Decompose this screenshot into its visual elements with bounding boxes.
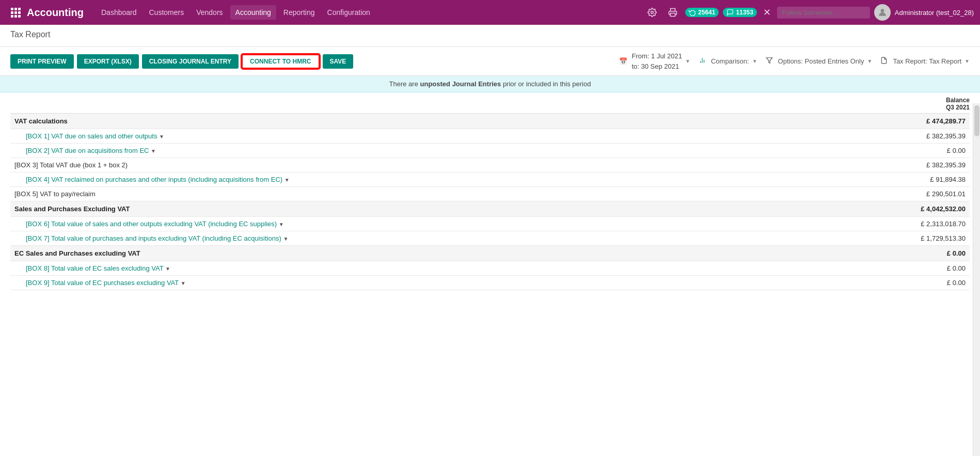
updates-badge[interactable]: 25641 — [685, 8, 719, 17]
date-to: to: 30 Sep 2021 — [631, 61, 682, 72]
main-content: Balance Q3 2021 VAT calculations£ 474,28… — [0, 92, 980, 290]
row-amount: £ 91,894.38 — [753, 172, 970, 187]
svg-rect-1 — [14, 8, 17, 10]
banner-text-before: There are — [389, 80, 420, 88]
info-banner: There are unposted Journal Entries prior… — [0, 76, 980, 92]
nav-reporting[interactable]: Reporting — [278, 5, 320, 20]
row-amount: £ 0.00 — [753, 276, 970, 290]
row-amount: £ 382,395.39 — [753, 158, 970, 172]
save-button[interactable]: SAVE — [323, 54, 354, 69]
svg-rect-0 — [11, 8, 13, 10]
calendar-icon: 📅 — [619, 57, 627, 65]
banner-text-bold: unposted Journal Entries — [420, 80, 501, 88]
page-header: Tax Report — [0, 25, 980, 47]
row-amount: £ 290,501.01 — [753, 187, 970, 201]
app-brand: Accounting — [27, 7, 84, 19]
row-amount: £ 4,042,532.00 — [753, 201, 970, 217]
row-label: Sales and Purchases Excluding VAT — [10, 201, 753, 217]
row-amount: £ 2,313,018.70 — [753, 217, 970, 231]
nav-dashboard[interactable]: Dashboard — [96, 5, 142, 20]
top-navigation: Accounting Dashboard Customers Vendors A… — [0, 0, 980, 25]
row-amount: £ 0.00 — [753, 261, 970, 276]
svg-rect-9 — [671, 13, 675, 17]
svg-rect-2 — [18, 8, 21, 10]
nav-links: Dashboard Customers Vendors Accounting R… — [96, 5, 644, 20]
period-column-header: Q3 2021 — [887, 104, 970, 111]
comparison-dropdown-arrow: ▼ — [752, 58, 757, 64]
date-dropdown-arrow: ▼ — [685, 58, 690, 64]
svg-rect-3 — [11, 11, 13, 14]
export-xlsx-button[interactable]: EXPORT (XLSX) — [77, 54, 139, 69]
row-amount: £ 474,289.77 — [753, 114, 970, 129]
svg-marker-14 — [766, 58, 772, 64]
row-label[interactable]: [BOX 6] Total value of sales and other o… — [10, 217, 753, 231]
row-label: EC Sales and Purchases excluding VAT — [10, 246, 753, 261]
row-label[interactable]: [BOX 4] VAT reclaimed on purchases and o… — [10, 172, 753, 187]
nav-customers[interactable]: Customers — [144, 5, 189, 20]
options-filter[interactable]: Options: Posted Entries Only ▼ — [766, 57, 873, 66]
svg-rect-6 — [11, 15, 13, 18]
scrollbar-track[interactable] — [973, 103, 980, 290]
messages-badge[interactable]: 11353 — [723, 8, 756, 17]
nav-right-controls: 25641 11353 ✕ Administrator (test_02_28) — [644, 4, 974, 21]
report-label: Tax Report: Tax Report — [893, 57, 961, 65]
connect-to-hmrc-button[interactable]: CONNECT TO HMRC — [242, 54, 319, 69]
report-selector[interactable]: Tax Report: Tax Report ▼ — [880, 57, 970, 66]
row-label[interactable]: [BOX 7] Total value of purchases and inp… — [10, 231, 753, 246]
row-label[interactable]: [BOX 1] VAT due on sales and other outpu… — [10, 129, 753, 144]
user-search-input[interactable] — [777, 7, 870, 19]
comparison-label: Comparison: — [711, 57, 749, 65]
row-label[interactable]: [BOX 8] Total value of EC sales excludin… — [10, 261, 753, 276]
options-label: Options: Posted Entries Only — [778, 57, 864, 65]
user-label[interactable]: Administrator (test_02_28) — [895, 9, 974, 17]
print-preview-button[interactable]: PRINT PREVIEW — [10, 54, 74, 69]
balance-column-header: Balance — [887, 97, 970, 104]
row-amount: £ 382,395.39 — [753, 129, 970, 144]
svg-rect-7 — [14, 15, 17, 18]
date-range-filter[interactable]: 📅 From: 1 Jul 2021 to: 30 Sep 2021 ▼ — [619, 51, 690, 71]
page-title: Tax Report — [10, 30, 970, 39]
report-dropdown-arrow: ▼ — [965, 58, 970, 64]
toolbar: PRINT PREVIEW EXPORT (XLSX) CLOSING JOUR… — [0, 47, 980, 76]
banner-text-after: prior or included in this period — [501, 80, 591, 88]
print-icon[interactable] — [665, 4, 681, 21]
row-label: [BOX 3] Total VAT due (box 1 + box 2) — [10, 158, 753, 172]
comparison-filter[interactable]: Comparison: ▼ — [699, 57, 757, 66]
closing-journal-entry-button[interactable]: CLOSING JOURNAL ENTRY — [142, 54, 239, 69]
svg-rect-5 — [18, 11, 21, 14]
grid-menu-icon[interactable] — [6, 3, 25, 22]
row-amount: £ 0.00 — [753, 246, 970, 261]
column-headers: Balance Q3 2021 — [10, 92, 970, 114]
close-icon[interactable]: ✕ — [761, 5, 773, 20]
svg-rect-4 — [14, 11, 17, 14]
row-amount: £ 0.00 — [753, 144, 970, 158]
row-label: [BOX 5] VAT to pay/reclaim — [10, 187, 753, 201]
scrollbar-thumb[interactable] — [974, 105, 979, 136]
toolbar-filters: 📅 From: 1 Jul 2021 to: 30 Sep 2021 ▼ Com… — [619, 51, 970, 71]
row-label[interactable]: [BOX 9] Total value of EC purchases excl… — [10, 276, 753, 290]
nav-accounting[interactable]: Accounting — [230, 5, 276, 20]
svg-point-10 — [880, 9, 884, 12]
nav-vendors[interactable]: Vendors — [191, 5, 228, 20]
settings-icon[interactable] — [644, 4, 660, 21]
report-table: VAT calculations£ 474,289.77[BOX 1] VAT … — [10, 114, 970, 290]
options-dropdown-arrow: ▼ — [867, 58, 872, 64]
row-label: VAT calculations — [10, 114, 753, 129]
row-label[interactable]: [BOX 2] VAT due on acquisitions from EC … — [10, 144, 753, 158]
date-from: From: 1 Jul 2021 — [631, 51, 682, 61]
user-avatar[interactable] — [874, 4, 891, 21]
row-amount: £ 1,729,513.30 — [753, 231, 970, 246]
nav-configuration[interactable]: Configuration — [322, 5, 375, 20]
svg-rect-8 — [18, 15, 21, 18]
